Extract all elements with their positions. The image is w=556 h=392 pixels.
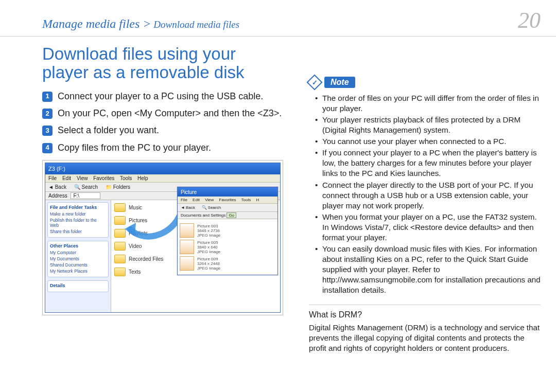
window-title: Z3 (F:): [48, 166, 65, 172]
task-pane: File and Folder Tasks Make a new folder …: [45, 200, 111, 313]
image-thumb-icon: [180, 223, 194, 238]
note-item: Connect the player directly to the USB p…: [309, 180, 541, 211]
page-header: Manage media files > Download media file…: [0, 0, 556, 37]
picture-window: Picture File Edit View Favorites Tools H…: [177, 187, 278, 275]
note-badge: Note: [324, 77, 355, 88]
note-item: Your player restricts playback of files …: [309, 115, 541, 135]
breadcrumb: Manage media files > Download media file…: [42, 17, 239, 31]
step-item: 3Select a folder you want.: [42, 124, 283, 136]
step-item: 4Copy files from the PC to your player.: [42, 142, 283, 154]
folder-icon: [114, 216, 126, 225]
note-item: If you connect your player to a PC when …: [309, 148, 541, 179]
step-text: On your PC, open <My Computer> and then …: [58, 108, 282, 119]
step-item: 2On your PC, open <My Computer> and then…: [42, 108, 283, 119]
note-header: ✓ Note: [309, 77, 541, 88]
note-item: You can easily download music files with…: [309, 244, 541, 295]
note-item: You cannot use your player when connecte…: [309, 136, 541, 147]
left-column: Download files using your player as a re…: [42, 45, 283, 353]
page-number: 20: [518, 9, 541, 32]
folder-icon: [114, 229, 126, 238]
step-number-icon: 2: [42, 109, 53, 119]
drm-body: Digital Rights Management (DRM) is a tec…: [309, 323, 541, 353]
step-text: Copy files from the PC to your player.: [58, 142, 211, 154]
step-item: 1Connect your player to a PC using the U…: [42, 91, 283, 102]
image-thumb-icon: [180, 240, 194, 254]
step-number-icon: 1: [42, 92, 53, 102]
note-item: When you format your player on a PC, use…: [309, 212, 541, 243]
step-number-icon: 3: [42, 126, 53, 136]
folder-icon: [114, 203, 126, 212]
folder-icon: [114, 242, 126, 251]
note-list: The order of files on your PC will diffe…: [309, 93, 541, 295]
explorer-screenshot: Z3 (F:) File Edit View Favorites Tools H…: [42, 160, 283, 315]
folder-icon: [114, 268, 126, 276]
breadcrumb-main: Manage media files >: [42, 17, 151, 30]
window-titlebar: Z3 (F:): [45, 163, 280, 174]
divider: [309, 305, 541, 305]
note-check-icon: ✓: [306, 74, 322, 90]
note-item: The order of files on your PC will diffe…: [309, 93, 541, 114]
image-thumb-icon: [180, 256, 194, 271]
step-text: Connect your player to a PC using the US…: [58, 91, 263, 102]
right-column: ✓ Note The order of files on your PC wil…: [309, 45, 541, 353]
step-number-icon: 4: [42, 143, 53, 153]
page-title: Download files using your player as a re…: [42, 45, 283, 82]
breadcrumb-sub: Download media files: [151, 19, 240, 30]
step-text: Select a folder you want.: [58, 124, 159, 136]
steps-list: 1Connect your player to a PC using the U…: [42, 91, 283, 154]
drm-heading: What is DRM?: [309, 310, 541, 319]
folder-icon: [114, 255, 126, 263]
menu-bar: File Edit View Favorites Tools Help: [45, 174, 280, 183]
